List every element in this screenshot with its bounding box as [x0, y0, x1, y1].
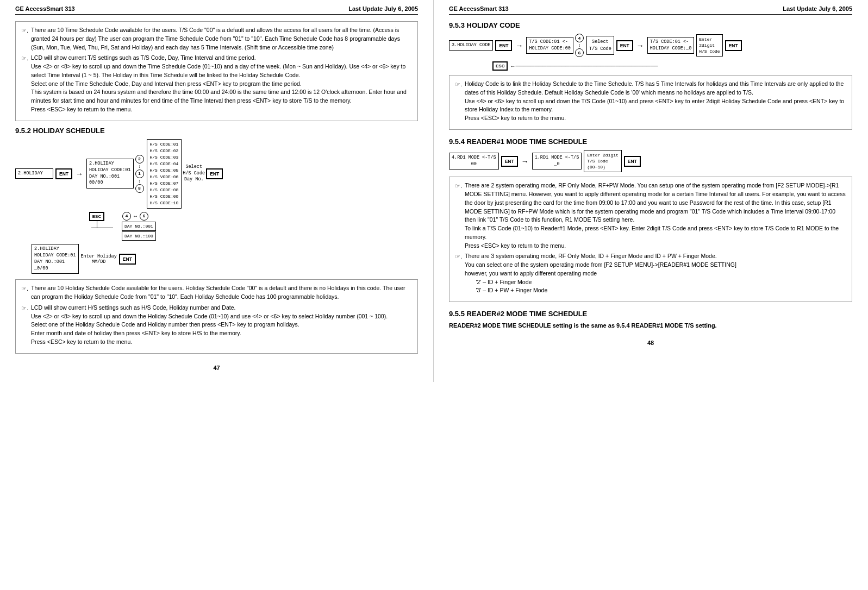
circle-4: 4: [122, 212, 131, 221]
left-header-date: Last Update July 6, 2005: [348, 5, 418, 12]
left-info-box-2: ☞. There are 10 Holiday Schedule Code av…: [15, 279, 418, 353]
esc-btn-953[interactable]: ESC: [492, 61, 508, 71]
branch-top: 4 ↔ 6: [122, 212, 156, 221]
right-footer: 48: [449, 340, 852, 346]
select-label-953: Select T/S Code: [586, 36, 614, 55]
left-header-title: GE AccessSmart 313: [15, 5, 75, 12]
diag-box-954-2: 1.RD1 MODE <-T/S _0: [532, 153, 582, 170]
bullet-sym-954-2: ☞.: [455, 252, 465, 261]
diag-box-953-1: 3.HOLIDAY CODE: [449, 40, 493, 51]
diag-box-953-2-group: T/S CODE:01 <- HOLIDAY CODE:00 4 ↕ 6: [526, 34, 584, 57]
right-info-box-954: ☞. There are 2 system operating mode, RF…: [449, 177, 852, 302]
diag-box-954-1: 4.RD1 MODE <-T/S 00: [449, 153, 499, 170]
diagram-954: 4.RD1 MODE <-T/S 00 ENT → 1.RD1 MODE <-T…: [449, 150, 852, 173]
esc-branch: ESC: [80, 212, 113, 228]
bullet-sym-953: ☞.: [455, 80, 465, 89]
horiz-line-esc: [91, 228, 113, 228]
diagram-952-top: 2.HOLIDAY ENT → 2.HOLIDAY HOLIDAY CODE:0…: [15, 139, 418, 209]
ent-btn-953-1[interactable]: ENT: [495, 40, 512, 51]
enter-label-954: Enter 2digit T/S Code (00~10): [584, 150, 622, 173]
day-box-1: DAY NO.:001: [122, 222, 156, 231]
day-labels: DAY NO.:001 DAY NO.:100: [122, 222, 156, 241]
bullet-content-3: There are 10 Holiday Schedule Code avail…: [31, 284, 412, 302]
diag-box-952-2-group: 2.HOLIDAY HOLIDAY CODE:01 DAY NO.:001 00…: [86, 155, 145, 193]
bullet-content-4: LCD will show current H/S settings such …: [31, 304, 412, 347]
bullet-sym-4: ☞.: [21, 304, 31, 313]
bullet-1: ☞. There are 10 Time Schedule Code avail…: [21, 26, 412, 52]
enter-label-953: Enter 2digit H/S Code: [696, 34, 722, 57]
right-page: GE AccessSmart 313 Last Update July 6, 2…: [434, 0, 867, 382]
bullet-953: ☞. Holiday Code is to link the Holiday S…: [455, 80, 846, 123]
bullet-954-1: ☞. There are 2 system operating mode, RF…: [455, 181, 846, 250]
select-list-group: H/S CODE:01 H/S CODE:02 H/S CODE:03 H/S …: [147, 139, 223, 209]
circle-953-4: 4: [575, 34, 584, 42]
bullet-sym-3: ☞.: [21, 284, 31, 293]
select-list-952: H/S CODE:01 H/S CODE:02 H/S CODE:03 H/S …: [147, 139, 182, 209]
section-954-title: 9.5.4 READER#1 MODE TIME SCHEDULE: [449, 137, 852, 146]
circle-2: 2: [135, 155, 144, 164]
section-953-title: 9.5.3 HOLIDAY CODE: [449, 21, 852, 29]
section-955-text: READER#2 MODE TIME SCHEDULE setting is t…: [449, 322, 852, 329]
diagram-952-bottom: 2.HOLIDAY HOLIDAY CODE:01 DAY NO.:001 _0…: [32, 244, 418, 274]
circle-8: 8: [135, 184, 144, 193]
ent-btn-953-3[interactable]: ENT: [725, 40, 742, 51]
diag-box-952-bottom: 2.HOLIDAY HOLIDAY CODE:01 DAY NO.:001 _0…: [32, 244, 79, 274]
left-page: GE AccessSmart 313 Last Update July 6, 2…: [0, 0, 434, 382]
esc-back-953: ESC ←───────────────────────────────────…: [492, 61, 852, 71]
updown-arrow-2: ↕: [139, 179, 141, 184]
diagram-953: 3.HOLIDAY CODE ENT → T/S CODE:01 <- HOLI…: [449, 34, 852, 57]
section-952-title: 9.5.2 HOLIDAY SCHEDULE: [15, 127, 418, 135]
left-header: GE AccessSmart 313 Last Update July 6, 2…: [15, 5, 418, 15]
left-info-box-1: ☞. There are 10 Time Schedule Code avail…: [15, 21, 418, 121]
ent-btn-954-2[interactable]: ENT: [624, 156, 641, 167]
bullet-4: ☞. LCD will show current H/S settings su…: [21, 304, 412, 347]
enter-holiday-label: Enter Holiday MM/DD: [81, 254, 117, 265]
bullet-sym-954-1: ☞.: [455, 181, 465, 191]
right-header: GE AccessSmart 313 Last Update July 6, 2…: [449, 5, 852, 15]
section-955-title: 9.5.5 READER#2 MODE TIME SCHEDULE: [449, 310, 852, 318]
diagram-952-branch: ESC 4 ↔ 6 DAY NO.:001 DAY NO.:100: [80, 212, 418, 241]
circle-953-6: 6: [575, 48, 584, 57]
num-group-952: 2 ↕ 1 ↕ 8: [135, 155, 145, 193]
circle-6-esc: 6: [140, 212, 148, 221]
right-header-title: GE AccessSmart 313: [449, 5, 509, 12]
updown-arrow: ↕: [139, 164, 141, 169]
ent-btn-952-1[interactable]: ENT: [55, 168, 72, 179]
esc-btn-952[interactable]: ESC: [89, 212, 104, 221]
arrow-952-1: →: [76, 170, 83, 178]
ent-btn-953-2[interactable]: ENT: [616, 40, 633, 51]
bullet-content-2: LCD will show current T/S settings such …: [31, 54, 412, 114]
num-group-953: 4 ↕ 6: [574, 34, 584, 57]
ent-btn-952-bottom[interactable]: ENT: [119, 254, 136, 265]
right-info-box-953: ☞. Holiday Code is to link the Holiday S…: [449, 75, 852, 130]
select-label-952: Select H/S Code Day No.: [183, 164, 205, 184]
bullet-3: ☞. There are 10 Holiday Schedule Code av…: [21, 284, 412, 302]
bullet-954-2: ☞. There are 3 system operating mode, RF…: [455, 252, 846, 295]
day-box-2: DAY NO.:100: [122, 231, 156, 241]
bullet-content-954-2: There are 3 system operating mode, RF On…: [465, 252, 846, 295]
vert-line-esc: [97, 221, 97, 228]
diag-box-952-1: 2.HOLIDAY: [15, 168, 53, 179]
diag-box-952-2: 2.HOLIDAY HOLIDAY CODE:01 DAY NO.:001 00…: [86, 159, 134, 189]
ent-btn-952-2[interactable]: ENT: [206, 168, 223, 179]
branch-46-group: 4 ↔ 6 DAY NO.:001 DAY NO.:100: [122, 212, 156, 241]
ent-btn-954-1[interactable]: ENT: [501, 156, 518, 167]
bullet-2: ☞. LCD will show current T/S settings su…: [21, 54, 412, 114]
right-header-date: Last Update July 6, 2005: [783, 5, 852, 12]
circle-1: 1: [135, 170, 144, 178]
diag-box-953-3: T/S CODE:01 <- HOLIDAY CODE:_0: [647, 37, 695, 54]
bullet-content-954-1: There are 2 system operating mode, RF On…: [465, 181, 846, 250]
bullet-content-953: Holiday Code is to link the Holiday Sche…: [465, 80, 846, 123]
bullet-sym-1: ☞.: [21, 26, 31, 35]
bullet-content-1: There are 10 Time Schedule Code availabl…: [31, 26, 412, 52]
left-footer: 47: [15, 365, 418, 371]
diag-box-953-2: T/S CODE:01 <- HOLIDAY CODE:00: [526, 37, 573, 54]
bullet-sym-2: ☞.: [21, 54, 31, 63]
